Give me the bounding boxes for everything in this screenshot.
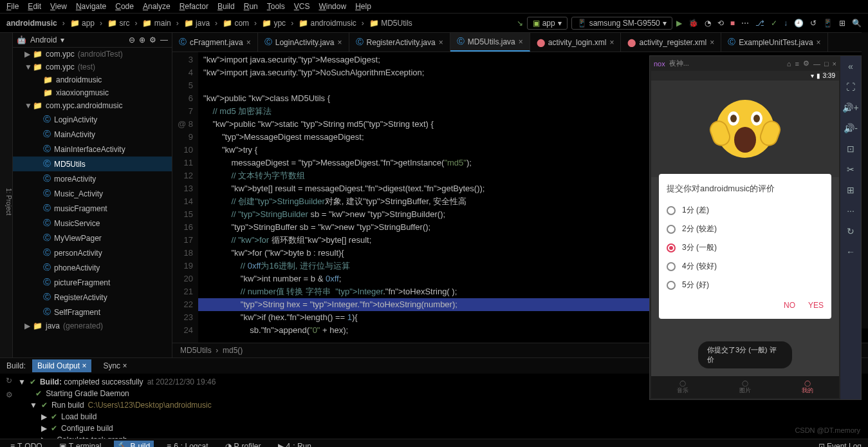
avd-icon[interactable]: 📱 — [823, 19, 833, 28]
emu-side-button[interactable]: « — [848, 61, 853, 71]
tree-item-java[interactable]: ▶📁java (generated) — [13, 319, 172, 332]
tab-activityregisterxml[interactable]: ⬤activity_register.xml× — [621, 33, 721, 52]
emu-home-icon[interactable]: ⌂ — [787, 60, 791, 68]
dialog-no-button[interactable]: NO — [784, 301, 795, 310]
menu-analyze[interactable]: Analyze — [143, 2, 171, 11]
rating-option[interactable]: 2分 (较差) — [667, 220, 824, 238]
close-icon[interactable]: × — [439, 38, 443, 47]
tree-item-mainactivity[interactable]: ⒸMainActivity — [13, 127, 172, 142]
tree-item-comypcandroidmusic[interactable]: ▼📁com.ypc.androidmusic — [13, 99, 172, 112]
close-icon[interactable]: × — [817, 38, 821, 47]
menu-build[interactable]: Build — [217, 2, 235, 11]
menu-vcs[interactable]: VCS — [294, 2, 310, 11]
git-icon[interactable]: ⎇ — [755, 19, 764, 28]
tree-item-musicactivity[interactable]: ⒸMusic_Activity — [13, 186, 172, 201]
tree-item-phoneactivity[interactable]: ⒸphoneActivity — [13, 260, 172, 275]
bottom-tab-terminal[interactable]: ▣ Terminal — [55, 441, 106, 448]
emu-side-button[interactable]: ✂ — [847, 164, 854, 175]
expand-icon[interactable]: ⊕ — [139, 35, 145, 44]
emu-side-button[interactable]: ··· — [847, 205, 854, 216]
tab-registeractivityjava[interactable]: ⒸRegisterActivity.java× — [349, 33, 450, 52]
tree-item-personactivity[interactable]: ⒸpersonActivity — [13, 245, 172, 260]
search-icon[interactable]: 🔍 — [852, 19, 862, 28]
dialog-yes-button[interactable]: YES — [808, 301, 824, 310]
editor-scrollbar[interactable] — [862, 32, 868, 328]
tab-cfragmentjava[interactable]: ⒸcFragment.java× — [172, 33, 258, 52]
breadcrumb-item[interactable]: 📁 MD5Utils — [369, 19, 412, 28]
tree-item-moreactivity[interactable]: ⒸmoreActivity — [13, 171, 172, 186]
tab-md5utilsjava[interactable]: ⒸMD5Utils.java× — [450, 33, 530, 52]
build-rerun-icon[interactable]: ↻ — [6, 376, 12, 385]
close-icon[interactable]: × — [710, 38, 714, 47]
tree-item-musicfragment[interactable]: ⒸmusicFragment — [13, 201, 172, 216]
sdk-icon[interactable]: ⊞ — [839, 19, 845, 28]
rating-option[interactable]: 4分 (较好) — [667, 257, 824, 276]
project-panel-header[interactable]: 🤖 Android ▾ ⊖ ⊕ ⚙ — — [13, 33, 172, 48]
breadcrumb-item[interactable]: androidmusic — [6, 19, 57, 28]
breadcrumb-item[interactable]: 📁 src — [107, 19, 129, 28]
debug-icon[interactable]: 🐞 — [688, 19, 698, 28]
emu-side-button[interactable]: 🔊- — [844, 123, 858, 133]
build-output-tab[interactable]: Build Output × — [32, 359, 91, 372]
bottom-tab-profiler[interactable]: ◔ Profiler — [221, 441, 265, 448]
build-row[interactable]: ▶ Calculate task graph — [15, 434, 814, 439]
stop-icon[interactable]: ■ — [730, 19, 735, 28]
bottom-tab-todo[interactable]: ≡ TODO — [6, 441, 46, 448]
tree-item-musicservice[interactable]: ⒸMusicService — [13, 216, 172, 231]
tree-item-registeractivity[interactable]: ⒸRegisterActivity — [13, 290, 172, 305]
emu-close-icon[interactable]: × — [833, 60, 836, 68]
emu-side-button[interactable]: ← — [846, 247, 855, 257]
breadcrumb-item[interactable]: 📁 ypc — [262, 19, 286, 28]
nav-音乐[interactable]: ◯音乐 — [651, 376, 714, 398]
menu-run[interactable]: Run — [244, 2, 258, 11]
device-selector[interactable]: 📱 samsung SM-G9550 ▾ — [571, 17, 672, 30]
emu-side-button[interactable]: ⊡ — [847, 144, 854, 154]
breadcrumb-item[interactable]: 📁 com — [223, 19, 249, 28]
tab-exampleunittestjava[interactable]: ⒸExampleUnitTest.java× — [721, 33, 827, 52]
emu-settings-icon[interactable]: ⚙ — [803, 59, 809, 68]
update-icon[interactable]: ↓ — [784, 19, 788, 28]
sync-tab[interactable]: Sync × — [98, 359, 132, 372]
menu-file[interactable]: File — [6, 2, 19, 11]
menu-refactor[interactable]: Refactor — [180, 2, 208, 11]
commit-icon[interactable]: ✓ — [771, 19, 777, 28]
breadcrumb-item[interactable]: 📁 app — [70, 19, 95, 28]
menu-edit[interactable]: Edit — [28, 2, 41, 11]
menu-help[interactable]: Help — [355, 2, 371, 11]
menu-code[interactable]: Code — [115, 2, 134, 11]
nav-我的[interactable]: ◯我的 — [777, 376, 839, 398]
emu-side-button[interactable]: ⛶ — [846, 82, 855, 92]
emu-side-button[interactable]: ↻ — [847, 226, 854, 236]
breadcrumb-item[interactable]: 📁 java — [184, 19, 210, 28]
tree-item-comypc[interactable]: ▶📁com.ypc (androidTest) — [13, 48, 172, 61]
collapse-icon[interactable]: ⊖ — [129, 35, 135, 44]
rating-option[interactable]: 1分 (差) — [667, 201, 824, 220]
emu-menu-icon[interactable]: ≡ — [795, 60, 799, 68]
tree-item-selffragment[interactable]: ⒸSelfFragment — [13, 305, 172, 319]
menu-window[interactable]: Window — [319, 2, 346, 11]
tree-item-maininterfaceactivity[interactable]: ⒸMainInterfaceActivity — [13, 142, 172, 157]
tool-tab-project[interactable]: 1: Project — [5, 188, 12, 215]
add-config-icon[interactable]: ↘ — [517, 19, 523, 28]
breadcrumb-item[interactable]: 📁 main — [142, 19, 171, 28]
close-icon[interactable]: × — [338, 38, 342, 47]
tree-item-loginactivity[interactable]: ⒸLoginActivity — [13, 112, 172, 127]
tree-item-androidmusic[interactable]: 📁androidmusic — [13, 73, 172, 86]
emulator-screen[interactable]: ▾▮3:39 提交你对androidmusic的评价 1分 (差)2分 (较差)… — [651, 71, 839, 398]
build-filter-icon[interactable]: ⚙ — [6, 390, 13, 399]
tree-item-myviewpager[interactable]: ⒸMyViewPager — [13, 231, 172, 245]
tree-item-comypc[interactable]: ▼📁com.ypc (test) — [13, 61, 172, 73]
close-icon[interactable]: × — [609, 38, 614, 47]
close-icon[interactable]: × — [519, 37, 523, 46]
attach-icon[interactable]: ⟲ — [717, 19, 724, 28]
tree-item-md5utils[interactable]: ⒸMD5Utils — [13, 157, 172, 171]
bottom-tab-build[interactable]: 🔨 Build — [114, 441, 154, 448]
breadcrumb-item[interactable]: 📁 androidmusic — [299, 19, 356, 28]
hide-icon[interactable]: — — [160, 35, 168, 44]
event-log-tab[interactable]: ⊡ Event Log — [818, 442, 862, 448]
build-row[interactable]: ▶✔Configure build — [15, 423, 814, 434]
rating-option[interactable]: 5分 (好) — [667, 276, 824, 294]
rating-option[interactable]: 3分 (一般) — [667, 238, 824, 257]
run-config-selector[interactable]: ▣ app ▾ — [527, 17, 568, 30]
run-icon[interactable]: ▶ — [676, 19, 682, 28]
